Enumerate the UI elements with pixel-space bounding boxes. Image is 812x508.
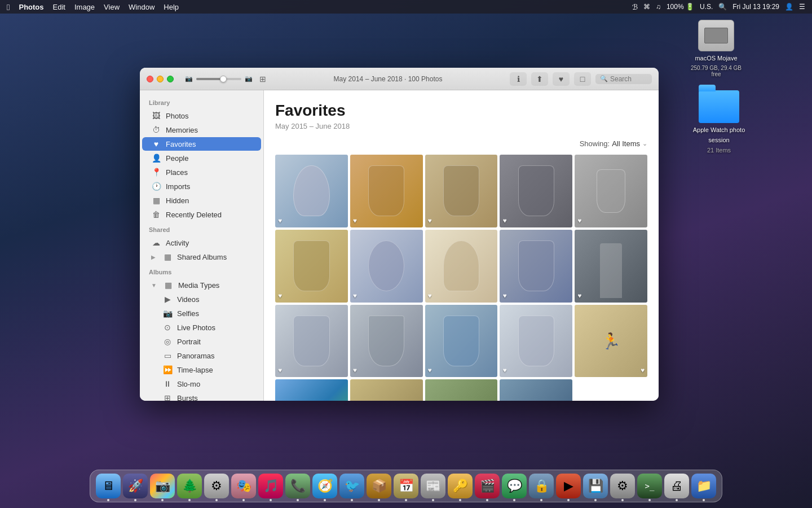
shared-albums-expand-icon[interactable]: ▶	[151, 254, 156, 260]
media-types-expand-icon[interactable]: ▼	[151, 282, 157, 288]
photo-cell[interactable]: ♥	[275, 305, 348, 378]
hdd-label: macOS Mojave	[695, 55, 737, 62]
favorite-button[interactable]: ♥	[553, 72, 570, 86]
heart-badge: ♥	[577, 292, 581, 300]
dock-photos[interactable]: 📷	[150, 474, 175, 498]
photo-cell[interactable]: ♥	[275, 230, 348, 303]
photo-cell[interactable]: ♥	[275, 155, 348, 227]
photo-cell[interactable]: ♥	[575, 155, 647, 227]
user-icon[interactable]: 👤	[785, 3, 793, 11]
photo-content	[500, 305, 572, 378]
dock-launchpad[interactable]: 🚀	[123, 474, 148, 498]
info-button[interactable]: ℹ	[510, 72, 527, 86]
photo-cell[interactable]: ♥	[425, 305, 498, 378]
photo-cell[interactable]: 🏃 ♥	[575, 305, 647, 378]
photo-cell[interactable]: ♥	[350, 230, 423, 303]
dock-misc-16[interactable]: 🖨	[664, 474, 689, 498]
dock-misc-3[interactable]: 🎭	[231, 474, 256, 498]
dock-misc-8[interactable]: 📰	[421, 474, 445, 498]
view-menu[interactable]: View	[104, 3, 120, 11]
sidebar-item-hidden[interactable]: ▦ Hidden	[142, 194, 261, 207]
photo-cell[interactable]: ♥	[500, 305, 572, 378]
photo-cell[interactable]: ♥	[575, 230, 647, 303]
window-menu[interactable]: Window	[129, 3, 155, 11]
share-button[interactable]: ⬆	[531, 72, 548, 86]
photo-cell[interactable]: ♥	[425, 230, 498, 303]
sidebar-item-shared-albums[interactable]: ▶ ▦ Shared Albums	[142, 250, 261, 264]
dock-misc-7[interactable]: 📅	[394, 474, 418, 498]
sidebar-item-time-lapse[interactable]: ⏩ Time-lapse	[142, 363, 261, 376]
sidebar-item-places[interactable]: 📍 Places	[142, 165, 261, 179]
control-center-icon[interactable]: ☰	[799, 3, 805, 11]
slider-track[interactable]	[196, 78, 241, 80]
slider-thumb[interactable]	[220, 76, 227, 82]
edit-menu[interactable]: Edit	[53, 3, 65, 11]
dock-finder[interactable]: 🖥	[96, 474, 121, 498]
sidebar-item-panoramas[interactable]: ▭ Panoramas	[142, 349, 261, 362]
content-title: Favorites	[275, 102, 647, 120]
wifi-icon[interactable]: ⌘	[643, 3, 650, 11]
bluetooth-icon[interactable]: ℬ	[632, 3, 638, 11]
photo-cell[interactable]: ⌚ ♥	[500, 379, 572, 401]
showing-value[interactable]: All Items	[612, 139, 640, 148]
locale-indicator[interactable]: U.S.	[700, 3, 713, 11]
more-button[interactable]: □	[574, 72, 591, 86]
photo-cell[interactable]: 👥 ♥	[425, 379, 498, 401]
apple-menu[interactable]: 	[7, 2, 10, 12]
dock-safari[interactable]: 🧭	[312, 474, 337, 498]
sidebar-item-videos[interactable]: ▶ Videos	[142, 292, 261, 306]
sidebar-item-memories[interactable]: ⏱ Memories	[142, 123, 261, 137]
sidebar-item-imports[interactable]: 🕐 Imports	[142, 179, 261, 193]
traffic-lights	[147, 76, 174, 82]
maximize-button[interactable]	[167, 76, 174, 82]
sidebar-item-portrait[interactable]: ◎ Portrait	[142, 335, 261, 348]
sidebar-item-photos[interactable]: 🖼 Photos	[142, 109, 261, 122]
sidebar-item-media-types[interactable]: ▼ ▦ Media Types	[142, 278, 261, 292]
dock-misc-12[interactable]: 🔒	[529, 474, 554, 498]
dock-misc-15[interactable]: ⚙	[610, 474, 635, 498]
volume-icon[interactable]: ♫	[656, 3, 661, 11]
close-button[interactable]	[147, 76, 153, 82]
sidebar-item-favorites[interactable]: ♥ Favorites	[142, 137, 261, 151]
dock-misc-10[interactable]: 🎬	[475, 474, 500, 498]
photo-cell[interactable]: ♥	[500, 155, 572, 227]
minimize-button[interactable]	[157, 76, 164, 82]
desktop-folder-icon[interactable]: Apple Watch photo session 21 Items	[688, 90, 750, 154]
dock-misc-4[interactable]: 📞	[285, 474, 310, 498]
zoom-slider[interactable]: 📷 📷	[185, 75, 253, 82]
expand-icon[interactable]: ⊞	[259, 75, 266, 84]
desktop-hdd-icon[interactable]: macOS Mojave 250.79 GB, 29.4 GB free	[688, 20, 744, 77]
dock-misc-1[interactable]: 🌲	[177, 474, 202, 498]
dock-misc-2[interactable]: ⚙	[204, 474, 229, 498]
search-input[interactable]	[610, 75, 650, 83]
dock-misc-13[interactable]: ▶	[556, 474, 581, 498]
photo-cell[interactable]: ♥	[425, 155, 498, 227]
sidebar-item-live-photos[interactable]: ⊙ Live Photos	[142, 321, 261, 334]
sidebar-item-bursts[interactable]: ⊞ Bursts	[142, 391, 261, 401]
photo-cell[interactable]: ♥	[350, 155, 423, 227]
sidebar-item-recently-deleted[interactable]: 🗑 Recently Deleted	[142, 208, 261, 221]
showing-chevron-icon[interactable]: ⌄	[642, 140, 647, 147]
photo-cell[interactable]: 🧍 ♥	[350, 379, 423, 401]
image-menu[interactable]: Image	[74, 3, 95, 11]
photo-cell[interactable]: ♥	[500, 230, 572, 303]
sidebar-item-people[interactable]: 👤 People	[142, 151, 261, 165]
dock-music[interactable]: 🎵	[258, 474, 283, 498]
search-box[interactable]: 🔍	[595, 74, 652, 84]
search-icon[interactable]: 🔍	[718, 3, 727, 11]
help-menu[interactable]: Help	[164, 3, 179, 11]
dock-misc-11[interactable]: 💬	[502, 474, 527, 498]
photo-cell[interactable]: ♥	[350, 305, 423, 378]
dock-misc-14[interactable]: 💾	[583, 474, 608, 498]
dock-terminal[interactable]: >_	[637, 474, 662, 498]
sidebar-item-activity[interactable]: ☁ Activity	[142, 236, 261, 249]
photos-icon: 🖼	[151, 111, 161, 120]
dock-misc-5[interactable]: 🐦	[339, 474, 364, 498]
app-name-menu[interactable]: Photos	[19, 3, 43, 11]
dock-misc-6[interactable]: 📦	[367, 474, 391, 498]
sidebar-item-slo-mo[interactable]: ⏸ Slo-mo	[142, 377, 261, 391]
dock-finder-2[interactable]: 📁	[691, 474, 716, 498]
sidebar-item-selfies[interactable]: 📷 Selfies	[142, 306, 261, 320]
photo-cell[interactable]: ♥	[275, 379, 348, 401]
dock-misc-9[interactable]: 🔑	[448, 474, 473, 498]
